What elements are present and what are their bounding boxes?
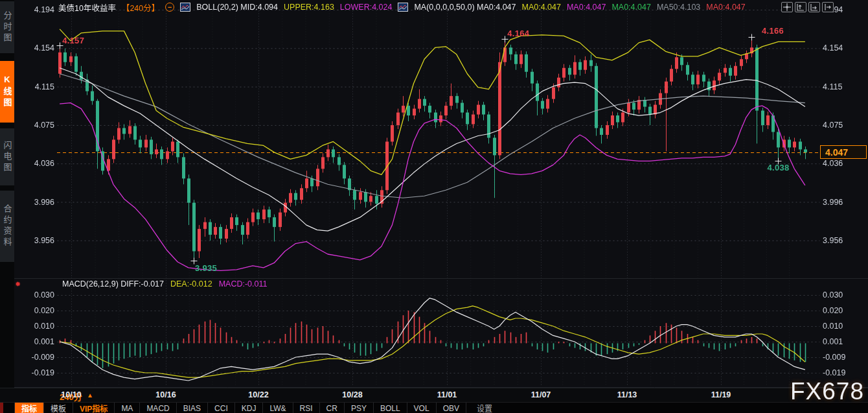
high-price-marker: 4.166 xyxy=(762,26,784,36)
axis-label-right: 0.030 xyxy=(823,290,864,300)
toolbar-item-设置[interactable]: 设置 xyxy=(470,403,499,413)
toolbar-item-KDJ[interactable]: KDJ xyxy=(235,403,264,413)
main-chart-legend: 美债10年收益率【240分】−BOLL(20,2) MID:4.094UPPER… xyxy=(58,2,746,12)
sidebar-item-kline[interactable]: K线图 xyxy=(0,61,14,123)
axis-label-right: 4.036 xyxy=(823,159,864,168)
toolbar-item-MACD[interactable]: MACD xyxy=(140,403,176,413)
date-label: 10/10 xyxy=(61,390,81,399)
boll-mini-chart-icon xyxy=(180,3,190,12)
axis-label-left: 3.956 xyxy=(16,236,54,245)
axis-label-left: 4.115 xyxy=(16,82,54,91)
ma-yellow-label: MA0:4.047 xyxy=(521,3,560,12)
toolbar-item-RSI[interactable]: RSI xyxy=(293,403,320,413)
axis-label-right: -0.019 xyxy=(823,368,864,377)
axis-label-right: 4.154 xyxy=(823,43,864,53)
boll-upper-label: UPPER:4.163 xyxy=(284,3,334,12)
ma-mini-chart-icon xyxy=(398,3,408,12)
toolbar-item-MA[interactable]: MA xyxy=(115,403,140,413)
price-chart-canvas[interactable] xyxy=(0,0,868,413)
pan-right-icon[interactable] xyxy=(822,2,834,12)
axis-label-left: 4.154 xyxy=(16,43,54,53)
collapse-icon[interactable]: − xyxy=(165,3,174,12)
date-label: 11/01 xyxy=(437,390,457,399)
date-label: 11/13 xyxy=(617,390,637,399)
ma-green-label: MA0:4.047 xyxy=(611,3,650,12)
x-axis-bar: 240分 ▲ 10/1010/1610/2210/2811/0111/0711/… xyxy=(0,388,868,403)
axis-label-right: 0.020 xyxy=(823,306,864,315)
macd-dea-label: DEA:-0.012 xyxy=(170,279,212,289)
axis-label-left: 0.001 xyxy=(16,337,54,346)
axis-label-left: 0.030 xyxy=(16,290,54,300)
date-label: 10/22 xyxy=(248,390,268,399)
instrument-title: 美债10年收益率 xyxy=(58,1,116,14)
toolbar-item-CCI[interactable]: CCI xyxy=(208,403,235,413)
axis-label-right: 4.115 xyxy=(823,82,864,91)
toolbar-spacer xyxy=(3,403,14,413)
toolbar-item-OBV[interactable]: OBV xyxy=(437,403,466,413)
ma50-label: MA50:4.103 xyxy=(657,3,700,12)
boll-label: BOLL(20,2) MID:4.094 xyxy=(196,3,278,12)
axis-label-left: 0.020 xyxy=(16,306,54,315)
current-price-value: 4.047 xyxy=(825,147,848,158)
axis-label-left: 4.036 xyxy=(16,159,54,168)
macd-panel-icon[interactable]: ✹ xyxy=(14,280,22,289)
current-price-tag: 4.047 xyxy=(820,145,867,159)
axis-label-right: 3.956 xyxy=(823,236,864,245)
axis-label-left: 4.075 xyxy=(16,121,54,130)
axis-label-left: -0.009 xyxy=(16,353,54,362)
macd-params-label: MACD(26,12,9) DIFF:-0.017 xyxy=(62,279,164,289)
period-label: 【240分】 xyxy=(122,1,159,14)
high-price-marker: 4.157 xyxy=(62,36,84,45)
toolbar-item-指标[interactable]: 指标 xyxy=(14,403,44,413)
axis-label-left: 0.010 xyxy=(16,322,54,331)
toolbar-item-LW&[interactable]: LW& xyxy=(263,403,293,413)
ma-group-label: MA(0,0,0,0,50,0) MA0:4.047 xyxy=(414,3,516,12)
toolbar-item-VIP指标[interactable]: VIP指标 xyxy=(73,403,115,413)
axis-label-right: 0.001 xyxy=(823,337,864,346)
date-label: 11/19 xyxy=(711,390,731,399)
axis-label-left: 4.194 xyxy=(16,5,54,14)
macd-macd-label: MACD:-0.011 xyxy=(219,279,268,289)
low-price-marker: 3.935 xyxy=(195,263,217,273)
toolbar-item-BOLL[interactable]: BOLL xyxy=(374,403,407,413)
interval-up-arrow-icon[interactable]: ▲ xyxy=(87,392,93,399)
date-label: 11/07 xyxy=(531,390,551,399)
toolbar-item-VOL[interactable]: VOL xyxy=(407,403,437,413)
date-label: 10/16 xyxy=(155,390,176,399)
axis-label-right: 0.010 xyxy=(823,322,864,331)
toolbar-item-CR[interactable]: CR xyxy=(320,403,345,413)
toolbar-item-PSY[interactable]: PSY xyxy=(345,403,374,413)
chart-type-sidebar: 分时图K线图闪电图合约资料 xyxy=(0,0,14,402)
high-price-marker: 4.164 xyxy=(507,29,529,38)
fx678-watermark: FX678 xyxy=(790,378,864,405)
macd-legend: MACD(26,12,9) DIFF:-0.017DEA:-0.012MACD:… xyxy=(62,279,267,289)
axis-label-left: 3.996 xyxy=(16,198,54,207)
indicator-toolbar: 指标模板VIP指标MAMACDBIASCCIKDJLW&RSICRPSYBOLL… xyxy=(0,402,868,413)
axis-label-right: 3.996 xyxy=(823,198,864,207)
chart-tool-icons xyxy=(781,2,834,12)
ma-magenta-label: MA0:4.047 xyxy=(567,3,606,12)
boll-lower-label: LOWER:4.024 xyxy=(340,3,393,12)
crosshair-icon[interactable] xyxy=(781,2,793,12)
toolbar-item-BIAS[interactable]: BIAS xyxy=(177,403,208,413)
axis-label-right: -0.009 xyxy=(823,353,864,362)
sidebar-item-tab0[interactable]: 分时图 xyxy=(0,1,14,53)
sidebar-item-tab2[interactable]: 闪电图 xyxy=(0,128,14,185)
toolbar-item-模板[interactable]: 模板 xyxy=(44,403,73,413)
axis-zoom-horizontal-icon[interactable] xyxy=(808,2,820,12)
sidebar-item-tab3[interactable]: 合约资料 xyxy=(0,191,14,262)
date-label: 10/28 xyxy=(342,390,362,399)
trading-app-window: 分时图K线图闪电图合约资料 美债10年收益率【240分】−BOLL(20,2) … xyxy=(0,0,868,413)
axis-zoom-vertical-icon[interactable] xyxy=(795,2,806,12)
axis-label-right: 4.075 xyxy=(823,121,864,130)
ma-red-label: MA0:4.047 xyxy=(706,3,745,12)
axis-label-left: -0.019 xyxy=(16,368,54,377)
low-price-marker: 4.038 xyxy=(767,163,789,172)
